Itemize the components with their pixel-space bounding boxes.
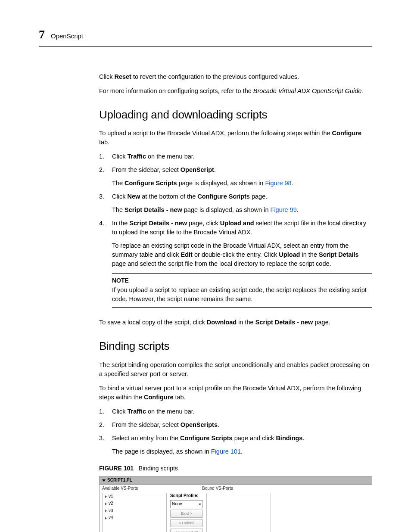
bound-label: Bound VS-Ports	[202, 485, 233, 492]
available-list[interactable]: v1 v2 v3 v4	[102, 493, 167, 532]
fig-panel-title: SCRIPT1.PL	[107, 477, 132, 484]
bind-button[interactable]: Bind >	[170, 510, 203, 518]
chapter-number: 7	[39, 26, 45, 44]
note-block: NOTE If you upload a script to replace a…	[112, 273, 372, 308]
list-item[interactable]: v4	[103, 514, 166, 522]
figure-101-link[interactable]: Figure 101	[211, 448, 241, 455]
sec1-step4: 4. In the Script Details - new page, cli…	[99, 219, 372, 313]
sec1-intro: To upload a script to the Brocade Virtua…	[99, 129, 372, 147]
sec1-step1: 1. Click Traffic on the menu bar.	[99, 152, 372, 161]
sec2-steps: 1. Click Traffic on the menu bar. 2. Fro…	[99, 407, 372, 456]
sec2-step1: 1. Click Traffic on the menu bar.	[99, 407, 372, 416]
expand-icon	[105, 517, 107, 520]
sec1-step2: 2. From the sidebar, select OpenScript. …	[99, 165, 372, 188]
script-profile-label: Script Profile:	[169, 493, 199, 499]
list-item[interactable]: v3	[103, 507, 166, 515]
sec2-step3: 3. Select an entry from the Configure Sc…	[99, 434, 372, 456]
list-item[interactable]: v2	[103, 500, 166, 507]
figure-caption: FIGURE 101 Binding scripts	[99, 464, 372, 473]
sec1-step3: 3. Click New at the bottom of the Config…	[99, 192, 372, 215]
collapse-icon[interactable]	[102, 479, 106, 482]
unbind-button[interactable]: < Unbind	[170, 519, 203, 527]
figure-label: FIGURE 101	[99, 465, 134, 472]
sec1-steps: 1. Click Traffic on the menu bar. 2. Fro…	[99, 152, 372, 313]
note-label: NOTE	[112, 276, 372, 285]
expand-icon	[105, 503, 107, 505]
note-body: If you upload a script to replace an exi…	[112, 286, 372, 304]
uploading-heading: Uploading and downloading scripts	[99, 107, 372, 123]
unbind-all-button[interactable]: << Unbind All	[170, 529, 203, 532]
expand-icon	[105, 510, 107, 512]
fig-title-bar[interactable]: SCRIPT1.PL	[100, 476, 372, 485]
figure-101-image: SCRIPT1.PL Available VS-Ports Bound VS-P…	[99, 476, 372, 532]
script-profile-select[interactable]: None	[170, 500, 203, 508]
bound-list[interactable]	[206, 493, 271, 532]
intro-p1: Click Reset to revert the configuration …	[99, 72, 372, 81]
intro-p2: For more information on configuring scri…	[99, 87, 372, 96]
chevron-down-icon	[199, 504, 201, 505]
expand-icon	[105, 495, 107, 498]
sec2-p2: To bind a virtual server port to a scrip…	[99, 384, 372, 402]
reset-label: Reset	[114, 73, 131, 80]
figure-title: Binding scripts	[139, 465, 178, 472]
list-item[interactable]: v1	[103, 493, 166, 501]
sec2-step2: 2. From the sidebar, select OpenScripts.	[99, 420, 372, 429]
figure-98-link[interactable]: Figure 98	[265, 180, 291, 187]
guide-title: Brocade Virtual ADX OpenScript Guide.	[253, 87, 364, 94]
available-label: Available VS-Ports	[102, 485, 202, 492]
chapter-title: OpenScript	[51, 31, 83, 41]
page-header: 7 OpenScript	[39, 26, 372, 47]
figure-99-link[interactable]: Figure 99	[271, 206, 297, 213]
sec1-outro: To save a local copy of the script, clic…	[99, 318, 372, 327]
binding-heading: Binding scripts	[99, 338, 372, 355]
page-content: Click Reset to revert the configuration …	[99, 72, 372, 532]
sec2-p1: The script binding operation compiles th…	[99, 361, 372, 379]
